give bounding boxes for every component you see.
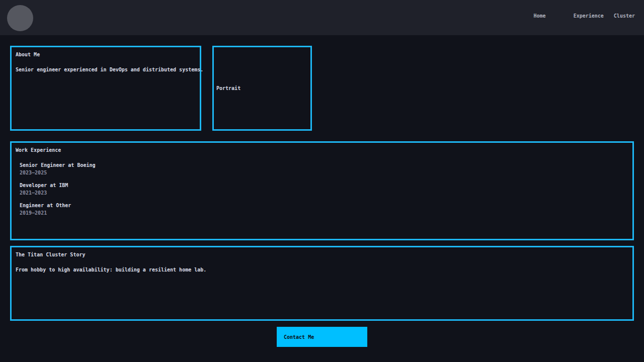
job-role: Developer at IBM xyxy=(20,182,628,189)
job-period: 2023–2025 xyxy=(20,169,628,176)
job-period: 2019–2021 xyxy=(20,209,628,217)
portrait-placeholder: Portrait xyxy=(212,46,312,131)
job-role: Senior Engineer at Boeing xyxy=(20,161,628,169)
job-entry: Senior Engineer at Boeing 2023–2025 xyxy=(20,161,628,176)
portrait-label: Portrait xyxy=(216,84,240,92)
story-card: The Titan Cluster Story From hobby to hi… xyxy=(10,246,634,321)
navbar: Home Experience Cluster xyxy=(0,0,644,35)
story-title: The Titan Cluster Story xyxy=(16,251,628,258)
about-card: About Me Senior engineer experienced in … xyxy=(10,46,201,131)
contact-row: Contact Me xyxy=(10,327,634,347)
top-row: About Me Senior engineer experienced in … xyxy=(10,46,634,131)
job-entry: Developer at IBM 2021–2023 xyxy=(20,182,628,197)
nav-links: Home Experience Cluster xyxy=(534,12,635,20)
job-list: Senior Engineer at Boeing 2023–2025 Deve… xyxy=(20,161,628,217)
nav-link-home[interactable]: Home xyxy=(534,12,546,20)
experience-title: Work Experience xyxy=(16,146,628,154)
about-title: About Me xyxy=(16,51,196,58)
story-body: From hobby to high availability: buildin… xyxy=(16,266,628,274)
about-body: Senior engineer experienced in DevOps an… xyxy=(16,66,196,73)
main-content: About Me Senior engineer experienced in … xyxy=(0,35,644,347)
job-role: Engineer at Other xyxy=(20,202,628,209)
avatar[interactable] xyxy=(7,5,33,31)
job-entry: Engineer at Other 2019–2021 xyxy=(20,202,628,217)
nav-link-cluster[interactable]: Cluster xyxy=(614,12,635,20)
experience-card: Work Experience Senior Engineer at Boein… xyxy=(10,141,634,240)
job-period: 2021–2023 xyxy=(20,189,628,197)
nav-link-experience[interactable]: Experience xyxy=(574,12,604,20)
contact-button[interactable]: Contact Me xyxy=(277,327,367,347)
